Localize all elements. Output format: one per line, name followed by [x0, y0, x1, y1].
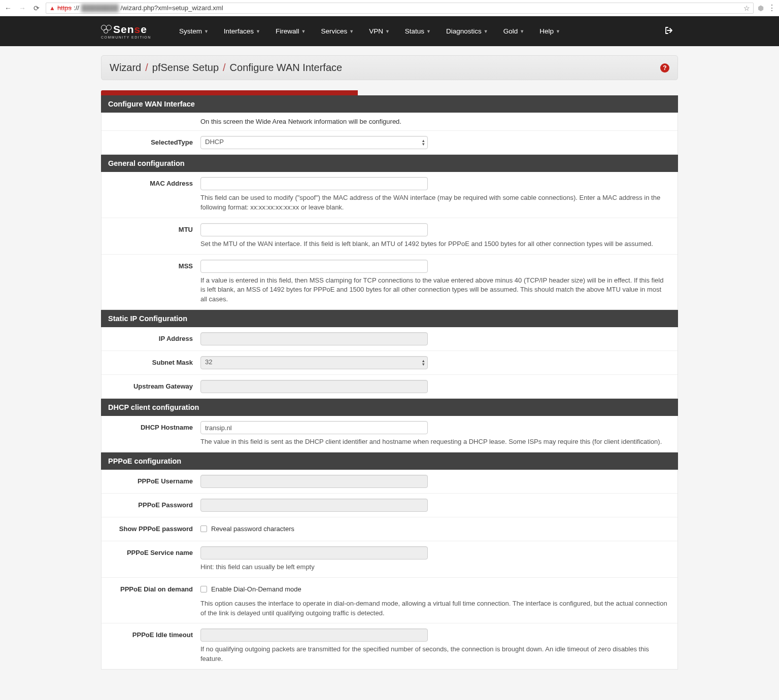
caret-down-icon: ▼	[426, 29, 431, 34]
label-mtu: MTU	[101, 223, 200, 249]
label-show-pppoe-password: Show PPPoE password	[101, 522, 200, 536]
pfsense-logo-icon	[101, 25, 112, 34]
input-pppoe-password	[200, 499, 428, 512]
nav-item-vpn[interactable]: VPN▼	[361, 16, 397, 46]
label-upstream-gateway: Upstream Gateway	[101, 380, 200, 393]
nav-item-interfaces[interactable]: Interfaces▼	[216, 16, 268, 46]
wan-intro-text: On this screen the Wide Area Network inf…	[200, 118, 401, 125]
nav-item-diagnostics[interactable]: Diagnostics▼	[438, 16, 496, 46]
label-pppoe-idle-timeout: PPPoE Idle timeout	[101, 628, 200, 664]
brand-text-2: s	[134, 23, 141, 36]
input-pppoe-idle-timeout	[200, 628, 428, 642]
help-pppoe-service-name: Hint: this field can usually be left emp…	[200, 563, 667, 572]
insecure-icon: ▲	[49, 5, 55, 12]
caret-down-icon: ▼	[204, 29, 209, 34]
nav-item-help[interactable]: Help▼	[532, 16, 568, 46]
caret-down-icon: ▼	[484, 29, 488, 34]
label-pppoe-password: PPPoE Password	[101, 499, 200, 512]
nav-item-services[interactable]: Services▼	[313, 16, 361, 46]
input-mss[interactable]	[200, 260, 428, 273]
nav-item-gold[interactable]: Gold▼	[496, 16, 532, 46]
main-navbar: Sense COMMUNITY EDITION System▼ Interfac…	[0, 16, 779, 46]
caret-down-icon: ▼	[349, 29, 354, 34]
url-path: /wizard.php?xml=setup_wizard.xml	[121, 4, 223, 12]
brand-logo[interactable]: Sense COMMUNITY EDITION	[101, 23, 156, 39]
input-pppoe-service-name	[200, 546, 428, 559]
checkbox-pppoe-dial-on-demand[interactable]	[200, 586, 207, 592]
input-mtu[interactable]	[200, 223, 428, 236]
reload-button[interactable]: ⟳	[31, 3, 42, 13]
back-button[interactable]: ←	[3, 3, 13, 13]
nav-items: System▼ Interfaces▼ Firewall▼ Services▼ …	[172, 16, 568, 46]
nav-item-status[interactable]: Status▼	[397, 16, 438, 46]
caret-down-icon: ▼	[385, 29, 390, 34]
select-selected-type[interactable]: DHCP	[200, 136, 428, 149]
address-bar[interactable]: ▲ https:// ████████ /wizard.php?xml=setu…	[46, 3, 754, 14]
help-mtu: Set the MTU of the WAN interface. If thi…	[200, 239, 667, 249]
breadcrumb: Wizard / pfSense Setup / Configure WAN I…	[101, 55, 678, 80]
forward-button[interactable]: →	[17, 3, 27, 13]
input-dhcp-hostname[interactable]	[200, 421, 428, 434]
input-upstream-gateway	[200, 380, 428, 393]
breadcrumb-current: Configure WAN Interface	[230, 62, 343, 74]
help-pppoe-idle-timeout: If no qualifying outgoing packets are tr…	[200, 645, 667, 664]
caret-down-icon: ▼	[556, 29, 560, 34]
help-mss: If a value is entered in this field, the…	[200, 276, 667, 305]
text-pppoe-dial-on-demand: Enable Dial-On-Demand mode	[211, 585, 301, 593]
nav-item-firewall[interactable]: Firewall▼	[268, 16, 313, 46]
section-header-pppoe: PPPoE configuration	[101, 452, 678, 470]
breadcrumb-separator: /	[223, 62, 226, 74]
label-pppoe-service-name: PPPoE Service name	[101, 546, 200, 572]
input-pppoe-username	[200, 475, 428, 488]
help-dhcp-hostname: The value in this field is sent as the D…	[200, 437, 667, 447]
caret-down-icon: ▼	[256, 29, 260, 34]
browser-toolbar: ← → ⟳ ▲ https:// ████████ /wizard.php?xm…	[0, 0, 779, 16]
bookmark-star-icon[interactable]: ☆	[743, 4, 750, 12]
input-ip-address	[200, 332, 428, 345]
label-dhcp-hostname: DHCP Hostname	[101, 421, 200, 447]
url-host: ████████	[81, 4, 119, 12]
breadcrumb-separator: /	[145, 62, 148, 74]
breadcrumb-wizard[interactable]: Wizard	[110, 62, 141, 74]
section-header-dhcp: DHCP client configuration	[101, 399, 678, 416]
label-subnet-mask: Subnet Mask	[101, 356, 200, 369]
label-pppoe-username: PPPoE Username	[101, 475, 200, 488]
label-selected-type: SelectedType	[101, 136, 200, 149]
url-scheme: https	[57, 4, 72, 12]
help-icon[interactable]: ?	[660, 63, 669, 73]
label-ip-address: IP Address	[101, 332, 200, 345]
brand-subtitle: COMMUNITY EDITION	[101, 36, 151, 39]
caret-down-icon: ▼	[520, 29, 524, 34]
label-pppoe-dial-on-demand: PPPoE Dial on demand	[101, 583, 200, 618]
browser-menu-icon[interactable]: ⋮	[768, 3, 776, 13]
help-pppoe-dial-on-demand: This option causes the interface to oper…	[200, 599, 667, 618]
help-mac-address: This field can be used to modify ("spoof…	[200, 193, 667, 213]
label-mss: MSS	[101, 260, 200, 305]
section-header-general: General configuration	[101, 155, 678, 172]
extension-icon[interactable]: ⬢	[758, 4, 764, 12]
section-header-static: Static IP Configuration	[101, 310, 678, 327]
label-mac-address: MAC Address	[101, 177, 200, 213]
logout-icon[interactable]	[660, 27, 678, 36]
text-show-pppoe-password: Reveal password characters	[211, 525, 294, 533]
brand-text-1: Sen	[113, 23, 134, 36]
checkbox-show-pppoe-password[interactable]	[200, 526, 207, 532]
select-subnet-mask: 32	[200, 356, 428, 369]
caret-down-icon: ▼	[301, 29, 306, 34]
brand-text-3: e	[141, 23, 147, 36]
nav-item-system[interactable]: System▼	[172, 16, 216, 46]
input-mac-address[interactable]	[200, 177, 428, 190]
wizard-progress	[101, 90, 678, 95]
section-header-wan: Configure WAN Interface	[101, 95, 678, 113]
breadcrumb-setup[interactable]: pfSense Setup	[152, 62, 219, 74]
